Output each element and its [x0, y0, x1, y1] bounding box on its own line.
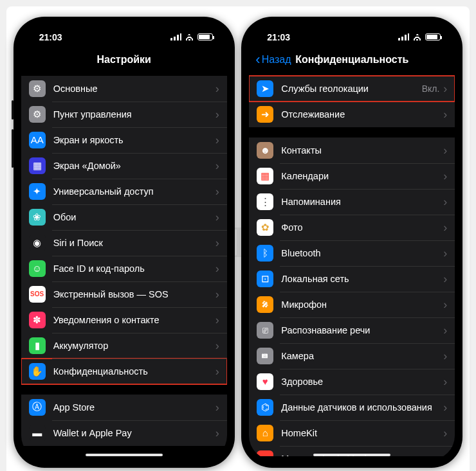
- bluetooth-icon: ᛒ: [257, 245, 273, 262]
- chevron-right-icon: ›: [443, 109, 447, 120]
- chevron-right-icon: ›: [215, 134, 219, 146]
- row-label: Основные: [53, 84, 215, 94]
- nav-bar: ‹ Назад Конфиденциальность: [249, 50, 455, 72]
- row-label: Аккумулятор: [53, 341, 215, 351]
- row-speech[interactable]: ⎚Распознавание речи›: [249, 317, 455, 343]
- chevron-right-icon: ›: [443, 196, 447, 208]
- row-siri[interactable]: ◉Siri и Поиск›: [21, 230, 227, 256]
- row-privacy[interactable]: ✋Конфиденциальность›: [21, 359, 227, 384]
- chevron-right-icon: ›: [215, 427, 219, 439]
- row-exposure[interactable]: ✽Уведомления о контакте›: [21, 307, 227, 333]
- row-label: Конфиденциальность: [53, 366, 215, 377]
- row-photos[interactable]: ✿Фото›: [249, 215, 455, 240]
- home-indicator[interactable]: [313, 454, 390, 456]
- row-wallpaper[interactable]: ❀Обои›: [21, 204, 227, 230]
- back-button[interactable]: ‹ Назад: [255, 53, 291, 67]
- gear-icon: ⚙: [29, 80, 46, 97]
- chevron-right-icon: ›: [215, 109, 219, 120]
- reminders-icon: ⋮: [257, 193, 273, 210]
- wifi-icon: [185, 33, 194, 40]
- chevron-right-icon: ›: [443, 170, 447, 182]
- row-label: Универсальный доступ: [53, 186, 215, 197]
- row-health[interactable]: ♥Здоровье›: [249, 369, 455, 395]
- row-tracking[interactable]: ➜Отслеживание›: [249, 102, 455, 127]
- homekit-icon: ⌂: [257, 425, 273, 441]
- row-wallet[interactable]: ▬Wallet и Apple Pay›: [21, 420, 227, 446]
- row-label: Фото: [281, 222, 443, 233]
- row-appstore[interactable]: ⒶApp Store›: [21, 395, 227, 420]
- chevron-right-icon: ›: [215, 160, 219, 172]
- row-camera[interactable]: 📷︎Камера›: [249, 343, 455, 369]
- lan-icon: ⊡: [257, 271, 273, 287]
- chevron-right-icon: ›: [443, 427, 447, 439]
- back-label: Назад: [262, 54, 291, 66]
- chevron-right-icon: ›: [443, 453, 447, 456]
- speech-icon: ⎚: [257, 322, 273, 339]
- row-sos[interactable]: SOSЭкстренный вызов — SOS›: [21, 281, 227, 307]
- chevron-left-icon: ‹: [255, 53, 260, 67]
- camera-icon: 📷︎: [257, 348, 273, 364]
- settings-list[interactable]: ⚙Основные›⚙Пункт управления›AAЭкран и яр…: [21, 72, 227, 456]
- home-indicator[interactable]: [86, 454, 163, 456]
- row-label: Пункт управления: [53, 109, 215, 120]
- row-battery[interactable]: ▮Аккумулятор›: [21, 333, 227, 359]
- row-homekit[interactable]: ⌂HomeKit›: [249, 420, 455, 446]
- row-lan[interactable]: ⊡Локальная сеть›: [249, 266, 455, 292]
- row-label: Экран и яркость: [53, 135, 215, 145]
- row-label: HomeKit: [281, 428, 443, 438]
- sos-icon: SOS: [29, 286, 46, 303]
- chevron-right-icon: ›: [215, 186, 219, 197]
- chevron-right-icon: ›: [215, 340, 219, 351]
- row-homescreen[interactable]: ▦Экран «Домой»›: [21, 153, 227, 179]
- page-title: Настройки: [96, 54, 151, 65]
- chevron-right-icon: ›: [443, 402, 447, 413]
- row-faceid[interactable]: ☺Face ID и код-пароль›: [21, 256, 227, 281]
- row-label: Контакты: [281, 145, 443, 156]
- row-label: Распознавание речи: [281, 325, 443, 335]
- switches-icon: ⚙: [29, 106, 46, 123]
- row-location[interactable]: ➤Службы геолокацииВкл.›: [249, 76, 455, 102]
- row-accessibility[interactable]: ✦Универсальный доступ›: [21, 179, 227, 204]
- row-reminders[interactable]: ⋮Напоминания›: [249, 189, 455, 215]
- hand-icon: ✋: [29, 363, 46, 380]
- row-label: App Store: [53, 402, 215, 413]
- battery-icon: ▮: [29, 337, 46, 354]
- row-label: Камера: [281, 351, 443, 361]
- row-label: Face ID и код-пароль: [53, 263, 215, 274]
- location-icon: ➤: [257, 80, 273, 97]
- row-control[interactable]: ⚙Пункт управления›: [21, 102, 227, 127]
- chevron-right-icon: ›: [443, 324, 447, 336]
- battery-icon: [197, 33, 213, 40]
- appstore-icon: Ⓐ: [29, 399, 46, 416]
- row-label: Экран «Домой»: [53, 161, 215, 171]
- row-display[interactable]: AAЭкран и яркость›: [21, 127, 227, 153]
- row-value: Вкл.: [422, 84, 440, 94]
- row-label: Обои: [53, 212, 215, 222]
- chevron-right-icon: ›: [215, 314, 219, 326]
- status-time: 21:03: [39, 32, 62, 42]
- battery-icon: [425, 33, 441, 40]
- status-time: 21:03: [267, 32, 290, 42]
- nav-bar: Настройки: [21, 50, 227, 72]
- row-label: Микрофон: [281, 299, 443, 310]
- chevron-right-icon: ›: [215, 263, 219, 274]
- privacy-list[interactable]: ➤Службы геолокацииВкл.›➜Отслеживание›☻Ко…: [249, 72, 455, 456]
- siri-icon: ◉: [29, 235, 46, 251]
- row-bluetooth[interactable]: ᛒBluetooth›: [249, 240, 455, 266]
- row-general[interactable]: ⚙Основные›: [21, 76, 227, 102]
- chevron-right-icon: ›: [215, 402, 219, 413]
- row-label: Отслеживание: [281, 109, 443, 120]
- row-label: Здоровье: [281, 377, 443, 387]
- row-contacts[interactable]: ☻Контакты›: [249, 138, 455, 163]
- row-sensors[interactable]: ⌬Данные датчиков и использования›: [249, 395, 455, 420]
- phone-right: 21:03 ‹ Назад Конфиденциальность ➤Службы…: [241, 17, 462, 468]
- row-calendar[interactable]: ▦Календари›: [249, 163, 455, 189]
- row-microphone[interactable]: 🎤︎Микрофон›: [249, 292, 455, 317]
- row-label: Напоминания: [281, 197, 443, 207]
- chevron-right-icon: ›: [215, 366, 219, 377]
- chevron-right-icon: ›: [443, 247, 447, 259]
- phone-left: 21:03 Настройки ⚙Основные›⚙Пункт управле…: [14, 17, 235, 468]
- sensors-icon: ⌬: [257, 399, 273, 416]
- chevron-right-icon: ›: [215, 237, 219, 249]
- flower-icon: ❀: [29, 209, 46, 226]
